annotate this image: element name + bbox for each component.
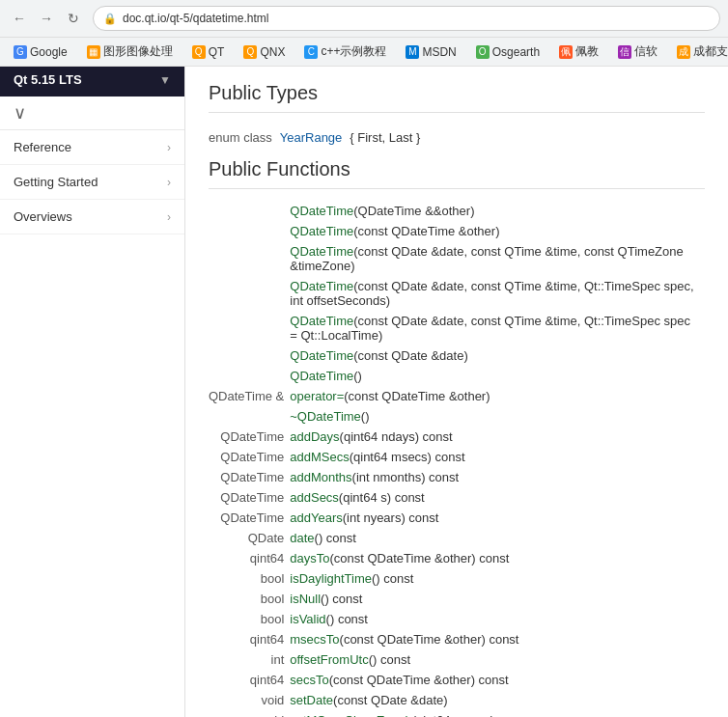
table-row: boolisDaylightTime() const <box>209 568 705 589</box>
bookmark-item[interactable]: 信信软 <box>612 41 663 62</box>
nav-buttons: ← → ↻ <box>8 7 85 30</box>
sidebar-nav-item[interactable]: Overviews› <box>0 200 184 234</box>
sidebar-nav: Reference›Getting Started›Overviews› <box>0 130 184 234</box>
enum-row: enum class YearRange { First, Last } <box>209 124 705 151</box>
table-row: QDatedate() const <box>209 528 705 548</box>
function-link[interactable]: addYears <box>290 510 342 525</box>
function-link[interactable]: QDateTime <box>290 244 353 259</box>
functions-table: QDateTime(QDateTime &&other)QDateTime(co… <box>209 201 705 717</box>
reload-button[interactable]: ↻ <box>62 7 85 30</box>
function-link[interactable]: secsTo <box>290 673 328 687</box>
function-link[interactable]: QDateTime <box>290 279 353 293</box>
function-link[interactable]: isValid <box>290 612 325 626</box>
public-functions-title: Public Functions <box>209 158 705 189</box>
forward-button[interactable]: → <box>35 7 58 30</box>
table-row: QDateTimeaddMSecs(qint64 msecs) const <box>209 447 705 467</box>
chevron-right-icon: › <box>167 141 171 154</box>
bookmark-item[interactable]: ▦图形图像处理 <box>81 41 179 62</box>
bookmark-item[interactable]: 佩佩教 <box>553 41 604 62</box>
function-link[interactable]: setDate <box>290 693 333 707</box>
function-link[interactable]: setMSecsSinceEpoch <box>290 713 411 717</box>
table-row: boolisValid() const <box>209 609 705 629</box>
table-row: qint64secsTo(const QDateTime &other) con… <box>209 670 705 690</box>
function-link[interactable]: addDays <box>290 429 339 444</box>
function-link[interactable]: QDateTime <box>290 369 353 383</box>
function-link[interactable]: daysTo <box>290 551 329 565</box>
chevron-down-icon: ▼ <box>159 73 171 87</box>
function-link[interactable]: QDateTime <box>290 348 353 363</box>
bookmark-item[interactable]: 成成都支部服务 <box>671 41 728 62</box>
table-row: QDateTime &operator=(const QDateTime &ot… <box>209 386 705 406</box>
function-link[interactable]: addMSecs <box>290 450 349 464</box>
bookmark-item[interactable]: MMSDN <box>400 43 462 61</box>
table-row: QDateTimeaddMonths(int nmonths) const <box>209 467 705 487</box>
table-row: QDateTime(const QDate &date, const QTime… <box>209 311 705 345</box>
sidebar-nav-item[interactable]: Getting Started› <box>0 165 184 200</box>
main-layout: Qt 5.15 LTS ▼ ∨ Reference›Getting Starte… <box>0 63 728 717</box>
chevron-right-icon: › <box>167 176 171 189</box>
bookmark-item[interactable]: QQT <box>186 43 231 61</box>
enum-values: { First, Last } <box>350 130 420 145</box>
table-row: QDateTime(const QDate &date, const QTime… <box>209 276 705 311</box>
function-link[interactable]: addSecs <box>290 490 339 505</box>
table-row: QDateTimeaddYears(int nyears) const <box>209 508 705 528</box>
function-link[interactable]: isNull <box>290 592 321 606</box>
enum-keyword: enum class <box>209 130 272 145</box>
url-text: doc.qt.io/qt-5/qdatetime.html <box>123 12 268 25</box>
function-link[interactable]: isDaylightTime <box>290 571 372 586</box>
browser-toolbar: ← → ↻ 🔒 doc.qt.io/qt-5/qdatetime.html <box>0 0 728 38</box>
chevron-right-icon: › <box>167 210 171 224</box>
function-link[interactable]: QDateTime <box>290 224 353 238</box>
content-area: Public Types enum class YearRange { Firs… <box>185 63 728 717</box>
table-row: qint64daysTo(const QDateTime &other) con… <box>209 548 705 568</box>
back-button[interactable]: ← <box>8 7 31 30</box>
table-row: QDateTime(const QDate &date, const QTime… <box>209 241 705 276</box>
table-row: voidsetMSecsSinceEpoch(qint64 msecs) <box>209 710 705 717</box>
table-row: QDateTimeaddSecs(qint64 s) const <box>209 487 705 508</box>
function-link[interactable]: msecsTo <box>290 632 339 647</box>
sidebar: Qt 5.15 LTS ▼ ∨ Reference›Getting Starte… <box>0 63 185 717</box>
table-row: QDateTime() <box>209 366 705 386</box>
table-row: ~QDateTime() <box>209 406 705 427</box>
table-row: QDateTimeaddDays(qint64 ndays) const <box>209 427 705 447</box>
table-row: voidsetDate(const QDate &date) <box>209 690 705 710</box>
table-row: boolisNull() const <box>209 589 705 609</box>
table-row: qint64msecsTo(const QDateTime &other) co… <box>209 629 705 649</box>
table-row: QDateTime(QDateTime &&other) <box>209 201 705 221</box>
function-link[interactable]: date <box>290 531 314 545</box>
bookmark-item[interactable]: GGoogle <box>8 43 73 61</box>
table-row: intoffsetFromUtc() const <box>209 649 705 670</box>
qt-version-label: Qt 5.15 LTS <box>14 72 82 87</box>
table-row: QDateTime(const QDateTime &other) <box>209 221 705 241</box>
bookmark-item[interactable]: OOsgearth <box>470 43 546 61</box>
sidebar-collapse-button[interactable]: ∨ <box>0 97 184 130</box>
function-link[interactable]: ~QDateTime <box>290 409 361 424</box>
function-link[interactable]: operator= <box>290 389 344 403</box>
lock-icon: 🔒 <box>103 13 117 25</box>
table-row: QDateTime(const QDate &date) <box>209 345 705 366</box>
bookmark-item[interactable]: Cc++示例教程 <box>298 41 392 62</box>
bookmark-item[interactable]: QQNX <box>238 43 291 61</box>
address-bar[interactable]: 🔒 doc.qt.io/qt-5/qdatetime.html <box>93 6 720 31</box>
enum-yearrange-link[interactable]: YearRange <box>280 130 343 145</box>
function-link[interactable]: QDateTime <box>290 204 353 218</box>
public-types-title: Public Types <box>209 82 705 113</box>
qt-version-header[interactable]: Qt 5.15 LTS ▼ <box>0 63 184 97</box>
function-link[interactable]: offsetFromUtc <box>290 652 368 667</box>
browser-chrome: ← → ↻ 🔒 doc.qt.io/qt-5/qdatetime.html GG… <box>0 0 728 67</box>
function-link[interactable]: QDateTime <box>290 314 353 328</box>
sidebar-nav-item[interactable]: Reference› <box>0 130 184 165</box>
bookmarks-bar: GGoogle▦图形图像处理QQTQQNXCc++示例教程MMSDNOOsgea… <box>0 38 728 67</box>
function-link[interactable]: addMonths <box>290 470 351 484</box>
